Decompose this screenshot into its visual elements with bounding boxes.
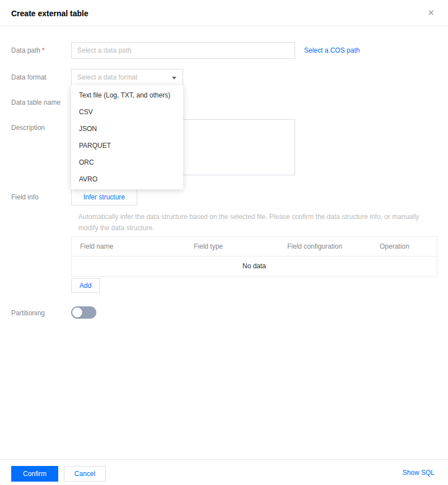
create-external-table-dialog: Create external table ✕ Data path* Selec…: [0, 0, 448, 485]
close-icon[interactable]: ✕: [427, 8, 435, 18]
dropdown-option[interactable]: ORC: [71, 154, 183, 171]
field-info-help-text: Automatically infer the data structure b…: [78, 211, 432, 234]
dropdown-option[interactable]: CSV: [71, 104, 183, 120]
required-asterisk: *: [42, 46, 45, 54]
data-path-label: Data path*: [11, 42, 45, 59]
description-label: Description: [11, 119, 45, 136]
dropdown-option[interactable]: AVRO: [71, 171, 183, 188]
field-table-header: Field nameField typeField configurationO…: [72, 237, 437, 257]
dropdown-option[interactable]: JSON: [71, 120, 183, 137]
dialog-header: Create external table ✕: [0, 0, 448, 26]
data-format-label: Data format: [11, 69, 46, 86]
field-table: Field nameField typeField configurationO…: [71, 236, 437, 277]
chevron-down-icon: [172, 77, 176, 80]
column-header: Field name: [80, 237, 113, 257]
confirm-button[interactable]: Confirm: [11, 466, 58, 482]
infer-structure-button[interactable]: Infer structure: [71, 189, 137, 206]
data-format-placeholder: Select a data format: [77, 73, 137, 81]
partitioning-label: Partitioning: [11, 305, 45, 321]
column-header: Field configuration: [287, 237, 342, 257]
dialog-title: Create external table: [11, 9, 88, 18]
data-table-name-label: Data table name: [11, 94, 60, 111]
show-sql-link[interactable]: Show SQL: [403, 467, 435, 479]
dropdown-option[interactable]: Text file (Log, TXT, and others): [71, 87, 183, 104]
toggle-knob: [72, 307, 82, 318]
field-info-label: Field info: [11, 189, 39, 206]
data-format-select[interactable]: Select a data format: [71, 69, 183, 86]
column-header: Field type: [194, 237, 223, 257]
add-field-button[interactable]: Add: [71, 278, 100, 293]
column-header: Operation: [380, 237, 409, 257]
cancel-button[interactable]: Cancel: [64, 466, 106, 482]
dropdown-option[interactable]: PARQUET: [71, 137, 183, 154]
data-format-dropdown: Text file (Log, TXT, and others)CSVJSONP…: [71, 85, 183, 189]
field-table-empty-row: No data: [72, 257, 437, 276]
data-path-input[interactable]: [71, 42, 295, 59]
select-cos-path-link[interactable]: Select a COS path: [304, 42, 360, 59]
partitioning-toggle[interactable]: [71, 306, 96, 319]
dialog-footer: Confirm Cancel Show SQL: [0, 459, 448, 485]
data-path-label-text: Data path: [11, 46, 40, 54]
